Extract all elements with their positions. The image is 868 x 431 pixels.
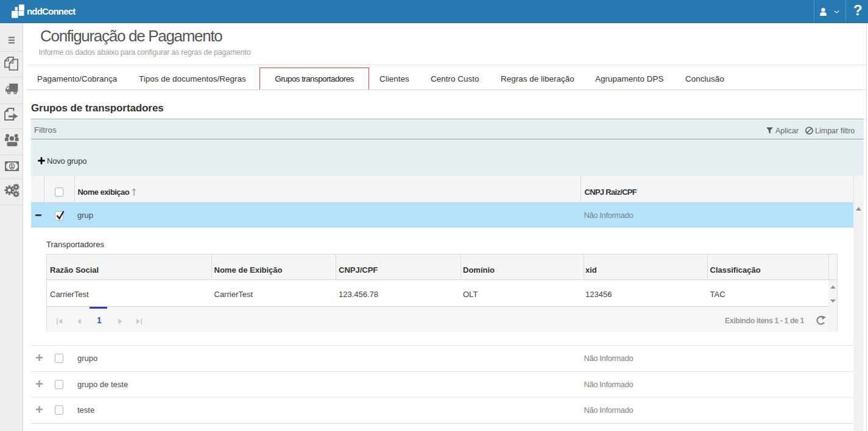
- svg-text:1: 1: [10, 163, 14, 169]
